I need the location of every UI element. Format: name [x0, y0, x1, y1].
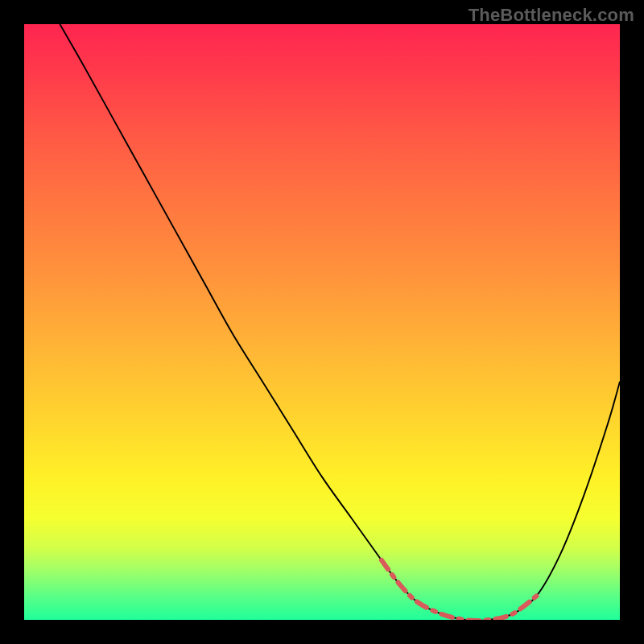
watermark-text: TheBottleneck.com	[469, 5, 634, 26]
plot-area	[24, 24, 620, 620]
chart-svg	[24, 24, 620, 620]
chart-container: TheBottleneck.com	[0, 0, 644, 644]
trough-dashed-segment	[382, 560, 536, 620]
bottleneck-curve	[60, 24, 620, 620]
